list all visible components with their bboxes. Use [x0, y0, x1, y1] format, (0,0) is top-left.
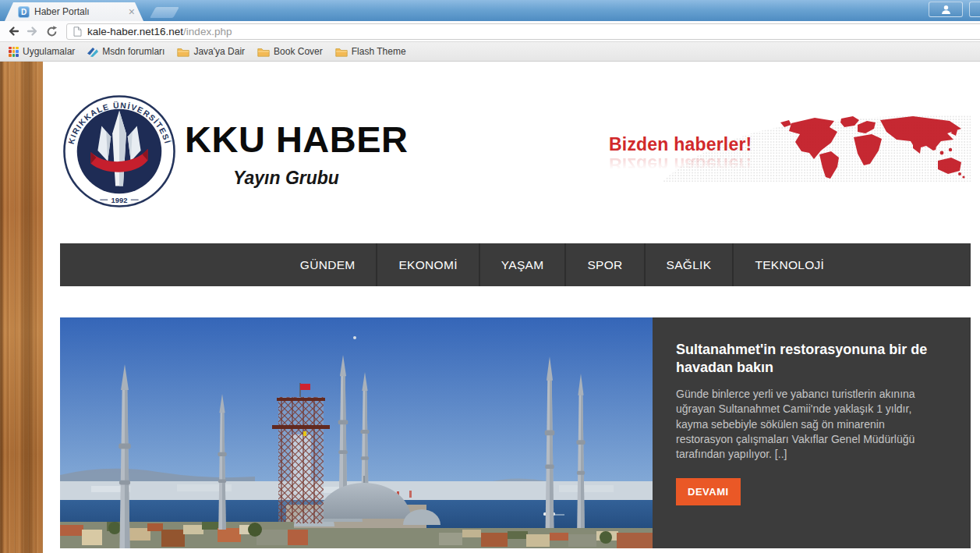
wood-background: [0, 62, 43, 553]
nav-item-saglik[interactable]: SAĞLIK: [644, 243, 733, 286]
bookmark-bookcover[interactable]: Book Cover: [251, 42, 329, 61]
site-subtitle: Yayın Grubu: [233, 168, 409, 189]
bookmark-label: Flash Theme: [352, 46, 406, 57]
profile-button[interactable]: [929, 2, 963, 17]
nav-item-gundem[interactable]: GÜNDEM: [279, 243, 377, 286]
banner-slogan: Bizden haberler!: [609, 134, 752, 155]
folder-icon: [177, 47, 189, 57]
apps-grid-icon: [9, 47, 19, 57]
logo-year: 1992: [111, 197, 128, 204]
site-title: KKU HABER: [185, 121, 409, 158]
forward-button[interactable]: [23, 23, 42, 40]
nav-item-teknoloji[interactable]: TEKNOLOJİ: [732, 243, 845, 286]
url-host: kale-haber.net16.net: [87, 26, 183, 37]
main-nav: GÜNDEM EKONOMİ YAŞAM SPOR SAĞLIK TEKNOLO…: [60, 243, 971, 286]
hero-photo[interactable]: [60, 317, 653, 548]
site-logo[interactable]: KIRIKKALE ÜNİVERSİTESİ 1992: [62, 94, 177, 209]
bookmark-label: Book Cover: [274, 46, 323, 57]
bookmark-label: Java'ya Dair: [193, 46, 245, 57]
hero-summary: Günde binlerce yerli ve yabancı turistle…: [676, 387, 943, 463]
bookmark-apps[interactable]: Uygulamalar: [2, 42, 81, 61]
kku-logo-image: KIRIKKALE ÜNİVERSİTESİ 1992: [62, 94, 177, 209]
folder-icon: [335, 47, 348, 57]
banner-slogan-reflection: Bizden haberler!: [609, 154, 752, 175]
devami-button[interactable]: DEVAMI: [676, 478, 741, 505]
bookmark-msdn[interactable]: Msdn forumları: [81, 42, 171, 61]
browser-tab[interactable]: D Haber Portalı ×: [5, 2, 143, 21]
sultanahmet-photo: [60, 317, 653, 548]
msdn-icon: [87, 47, 98, 57]
page-content: KIRIKKALE ÜNİVERSİTESİ 1992 KKU HABER Ya…: [60, 62, 971, 553]
address-bar[interactable]: kale-haber.net16.net/index.php: [66, 23, 980, 40]
folder-icon: [257, 47, 270, 57]
bookmark-flashtheme[interactable]: Flash Theme: [329, 42, 412, 61]
hero-text-panel: Sultanahmet'in restorasyonuna bir dehava…: [653, 317, 971, 548]
person-icon: [941, 5, 951, 14]
new-tab-button[interactable]: [150, 7, 179, 18]
window-button-partial[interactable]: [969, 2, 980, 17]
page-icon: [73, 27, 82, 37]
tab-favicon: D: [18, 6, 30, 18]
brand-block: KKU HABER Yayın Grubu: [185, 121, 409, 189]
browser-toolbar: kale-haber.net16.net/index.php: [0, 21, 980, 41]
url-path: /index.php: [183, 26, 232, 37]
bookmarks-bar: Uygulamalar Msdn forumları Java'ya Dair …: [0, 41, 980, 62]
bookmark-label: Msdn forumları: [102, 46, 165, 57]
hero-headline[interactable]: Sultanahmet'in restorasyonuna bir dehava…: [676, 341, 943, 376]
nav-item-spor[interactable]: SPOR: [564, 243, 643, 286]
nav-item-ekonomi[interactable]: EKONOMİ: [376, 243, 478, 286]
header-banner: Bizden haberler! Bizden haberler!: [607, 113, 971, 182]
hero-section: Sultanahmet'in restorasyonuna bir dehava…: [60, 317, 971, 548]
reload-button[interactable]: [42, 23, 62, 40]
forward-arrow-icon: [26, 24, 40, 38]
nav-item-yasam[interactable]: YAŞAM: [479, 243, 565, 286]
back-button[interactable]: [3, 23, 23, 40]
bookmark-label: Uygulamalar: [23, 46, 75, 57]
tab-title: Haber Portalı: [34, 6, 128, 17]
page-viewport: KIRIKKALE ÜNİVERSİTESİ 1992 KKU HABER Ya…: [0, 62, 980, 553]
reload-icon: [45, 25, 58, 38]
tab-close-icon[interactable]: ×: [128, 6, 136, 17]
browser-titlebar: D Haber Portalı ×: [0, 0, 980, 21]
back-arrow-icon: [6, 24, 20, 38]
bookmark-java[interactable]: Java'ya Dair: [171, 42, 251, 61]
